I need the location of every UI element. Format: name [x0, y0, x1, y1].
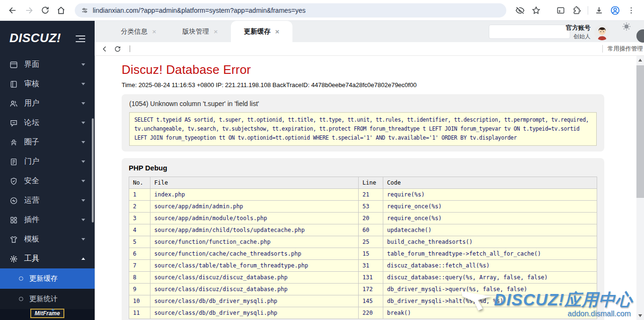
table-row: 7source/class/table/table_forum_threadty… — [129, 260, 597, 272]
content-scrollbar[interactable] — [636, 56, 644, 320]
browser-reload-button[interactable] — [37, 2, 53, 18]
tab-forum-management[interactable]: 版块管理 × — [169, 21, 231, 42]
sidebar-item-templates[interactable]: 模板 — [0, 230, 95, 249]
profile-button[interactable] — [607, 2, 623, 18]
account-names: 官方账号 创始人 — [566, 24, 591, 41]
refresh-icon — [114, 45, 121, 53]
table-row: 11source/class/db/db_driver_mysqli.php22… — [129, 307, 597, 319]
sidebar-item-plugins[interactable]: 插件 — [0, 210, 95, 230]
avatar[interactable] — [594, 25, 610, 40]
sidebar-item-portal[interactable]: 门户 — [0, 152, 95, 171]
sidebar-footer: ✦ MitFrame — [0, 309, 95, 320]
browser-forward-button[interactable] — [21, 2, 37, 18]
chevron-down-icon — [81, 83, 85, 85]
sun-icon[interactable] — [621, 21, 632, 32]
tools-submenu: 更新缓存 更新统计 — [0, 268, 95, 309]
error-message: (1054) Unknown column 't.super' in 'fiel… — [129, 100, 597, 107]
chevron-down-icon — [81, 238, 85, 240]
admin-search — [489, 25, 570, 39]
tab-classified-info[interactable]: 分类信息 × — [108, 21, 169, 42]
frame-back-button[interactable] — [101, 45, 108, 53]
chevron-down-icon — [81, 199, 85, 202]
sidebar-logo: DISCUZ! — [0, 21, 95, 55]
db-error-page: Discuz! Database Error Time: 2025-08-24 … — [95, 56, 604, 320]
privacy-eye-button[interactable] — [512, 2, 528, 18]
reading-mode-icon — [556, 6, 565, 15]
bookmark-star-button[interactable] — [528, 2, 544, 18]
text-cursor — [130, 45, 130, 52]
close-icon[interactable]: × — [214, 27, 218, 36]
moon-icon[interactable] — [636, 29, 644, 43]
browser-back-button[interactable] — [5, 2, 21, 18]
close-icon[interactable]: × — [275, 27, 280, 36]
star-icon — [531, 6, 541, 15]
groups-icon — [9, 138, 18, 147]
scroll-up-icon[interactable] — [638, 59, 642, 62]
address-bar[interactable]: lindianxian.com/?app=admin&platform=syst… — [75, 3, 506, 18]
divider — [602, 45, 603, 53]
table-row: 1index.php21require(%s) — [129, 189, 597, 201]
users-icon — [9, 99, 18, 108]
url-text: lindianxian.com/?app=admin&platform=syst… — [93, 7, 306, 14]
collapse-menu-icon[interactable] — [75, 34, 85, 42]
sidebar-item-groups[interactable]: 圈子 — [0, 133, 95, 152]
reading-mode-button[interactable] — [553, 2, 569, 18]
table-row: 9source/class/discuz/discuz_database.php… — [129, 284, 597, 295]
home-icon — [56, 6, 66, 15]
table-row: 6source/function/cache/cache_threadsorts… — [129, 248, 597, 260]
table-row: 3source/app/admin/module/tools.php20requ… — [129, 213, 597, 224]
php-debug-heading: PHP Debug — [129, 164, 597, 172]
table-row: 8source/class/discuz/discuz_database.php… — [129, 272, 597, 284]
sidebar-item-update-statistics[interactable]: 更新统计 — [0, 289, 95, 309]
table-row: 2source/app/admin/admin.php53require_onc… — [129, 201, 597, 213]
frame-content: Discuz! Database Error Time: 2025-08-24 … — [95, 56, 644, 320]
discuz-logo: DISCUZ! — [9, 31, 75, 45]
extensions-button[interactable] — [569, 2, 585, 18]
eye-off-icon — [515, 6, 525, 15]
error-meta: Time: 2025-08-24 11:16:53 +0800 IP: 221.… — [122, 81, 604, 89]
profile-icon — [610, 5, 620, 16]
mitframe-logo: ✦ MitFrame — [30, 309, 64, 318]
sparkle-icon: ✦ — [51, 306, 55, 314]
navbar-right: 常用操作管理 — [602, 45, 644, 53]
table-row: 4source/app/admin/child/tools/updatecach… — [129, 224, 597, 236]
table-row: 5source/function/function_cache.php25bui… — [129, 236, 597, 248]
sidebar-item-forum[interactable]: 论坛 — [0, 113, 95, 133]
operations-icon — [9, 196, 18, 205]
chevron-down-icon — [81, 102, 85, 105]
php-debug-box: PHP Debug No. File Line Code — [122, 158, 604, 320]
tools-gear-icon — [9, 255, 18, 263]
sidebar-item-update-cache[interactable]: 更新缓存 — [0, 268, 95, 289]
toolbar-divider — [588, 6, 588, 15]
sidebar-item-review[interactable]: 审核 — [0, 74, 95, 94]
scrollbar-thumb[interactable] — [636, 65, 644, 198]
browser-menu-button[interactable] — [623, 2, 639, 18]
admin-sidebar: DISCUZ! 界面 审核 用户 论坛 圈子 — [0, 21, 95, 320]
sidebar-item-tools[interactable]: 工具 — [0, 249, 95, 268]
chevron-up-icon — [81, 258, 85, 260]
common-operations-link[interactable]: 常用操作管理 — [608, 45, 644, 53]
interface-icon — [9, 61, 18, 69]
plugins-icon — [9, 216, 18, 224]
account-block[interactable]: 官方账号 创始人 — [566, 24, 610, 41]
sidebar-scrollbar-thumb[interactable] — [92, 118, 94, 222]
browser-home-button[interactable] — [53, 2, 69, 18]
chevron-down-icon — [81, 63, 85, 66]
chevron-down-icon — [81, 180, 85, 182]
sidebar-item-security[interactable]: 安全 — [0, 171, 95, 191]
browser-toolbar: lindianxian.com/?app=admin&platform=syst… — [0, 0, 644, 21]
frame-refresh-button[interactable] — [114, 45, 121, 53]
bullet-icon — [19, 276, 23, 281]
site-settings-icon — [80, 6, 89, 15]
tab-update-cache[interactable]: 更新缓存 × — [231, 21, 292, 42]
shield-icon — [9, 177, 18, 186]
scroll-down-icon[interactable] — [638, 314, 642, 317]
downloads-button[interactable] — [591, 2, 607, 18]
table-row: 10source/class/db/db_driver_mysqli.php14… — [129, 295, 597, 307]
sidebar-item-users[interactable]: 用户 — [0, 94, 95, 113]
sidebar-item-interface[interactable]: 界面 — [0, 55, 95, 74]
close-icon[interactable]: × — [152, 27, 157, 36]
chevron-left-icon — [101, 45, 108, 53]
sidebar-item-operations[interactable]: 运营 — [0, 191, 95, 210]
templates-icon — [9, 235, 18, 244]
